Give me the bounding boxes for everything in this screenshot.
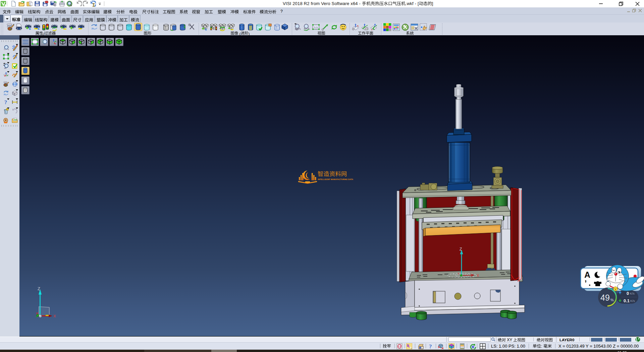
svg-text:?: ?: [429, 343, 432, 349]
svg-text:K/s: K/s: [630, 299, 635, 303]
svg-text:X: X: [53, 314, 56, 318]
svg-text:0: 0: [627, 291, 629, 296]
svg-text:Z: Z: [38, 286, 40, 291]
svg-text:K/s: K/s: [630, 292, 635, 295]
svg-text:49: 49: [600, 293, 610, 302]
svg-text:%: %: [610, 298, 614, 302]
svg-text:,: ,: [585, 275, 587, 283]
svg-text:?: ?: [4, 99, 7, 105]
svg-text:X: X: [477, 273, 479, 277]
svg-text:Z: Z: [460, 247, 462, 252]
svg-text:1:1: 1:1: [314, 26, 318, 29]
svg-text:Y: Y: [458, 272, 460, 275]
svg-text:0.1: 0.1: [624, 298, 630, 303]
